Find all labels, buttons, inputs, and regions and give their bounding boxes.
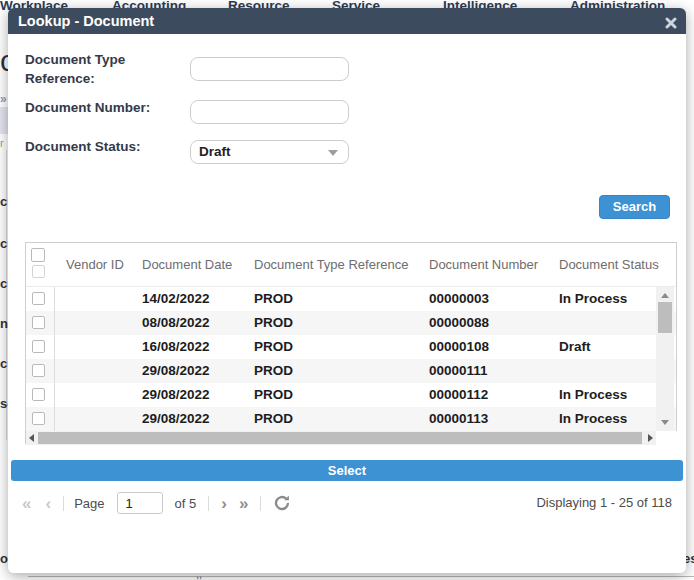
close-icon[interactable] bbox=[665, 15, 677, 27]
dialog-titlebar[interactable]: Lookup - Document bbox=[8, 8, 686, 34]
horizontal-scrollbar[interactable] bbox=[26, 431, 656, 445]
table-row[interactable]: 29/08/2022PROD00000112In Process bbox=[26, 383, 676, 407]
pager-divider bbox=[208, 496, 209, 511]
document-status-select[interactable]: Draft bbox=[190, 140, 349, 164]
cell-document-type-reference: PROD bbox=[254, 383, 293, 407]
scroll-left-icon[interactable] bbox=[29, 434, 34, 442]
column-header-document-date[interactable]: Document Date bbox=[142, 243, 232, 287]
cell-document-date: 16/08/2022 bbox=[142, 335, 210, 359]
header-secondary-checkbox[interactable] bbox=[32, 265, 45, 278]
pager-divider bbox=[260, 496, 261, 511]
grid-header: Vendor ID Document Date Document Type Re… bbox=[26, 243, 676, 287]
cell-document-status: In Process bbox=[559, 407, 627, 431]
row-checkbox[interactable] bbox=[32, 316, 45, 329]
document-type-reference-label: Document Type Reference: bbox=[25, 50, 175, 88]
cell-document-date: 29/08/2022 bbox=[142, 407, 210, 431]
dialog-title: Lookup - Document bbox=[18, 8, 154, 34]
document-number-input[interactable] bbox=[190, 100, 349, 124]
page-count-label: of 5 bbox=[175, 496, 197, 511]
document-number-label: Document Number: bbox=[25, 98, 150, 117]
document-status-label: Document Status: bbox=[25, 137, 141, 156]
cell-document-number: 00000112 bbox=[429, 383, 488, 407]
row-checkbox[interactable] bbox=[32, 364, 45, 377]
cell-document-date: 29/08/2022 bbox=[142, 359, 210, 383]
next-page-icon[interactable]: › bbox=[221, 495, 227, 512]
first-page-icon[interactable]: « bbox=[22, 495, 31, 512]
page-number-input[interactable] bbox=[117, 492, 163, 514]
table-row[interactable]: 16/08/2022PROD00000108Draft bbox=[26, 335, 676, 359]
cell-document-status: In Process bbox=[559, 287, 627, 311]
table-body: 14/02/2022PROD00000003In Process08/08/20… bbox=[26, 287, 676, 431]
lookup-document-dialog: Lookup - Document Document Type Referenc… bbox=[8, 8, 686, 573]
last-page-icon[interactable]: » bbox=[239, 495, 248, 512]
cell-document-type-reference: PROD bbox=[254, 335, 293, 359]
document-type-reference-input[interactable] bbox=[190, 57, 349, 81]
row-checkbox[interactable] bbox=[32, 292, 45, 305]
table-row[interactable]: 14/02/2022PROD00000003In Process bbox=[26, 287, 676, 311]
select-button[interactable]: Select bbox=[11, 460, 683, 481]
horizontal-scrollbar-thumb[interactable] bbox=[38, 432, 642, 444]
cell-document-number: 00000088 bbox=[429, 311, 489, 335]
cell-document-date: 29/08/2022 bbox=[142, 383, 210, 407]
chevron-down-icon bbox=[328, 150, 338, 156]
row-checkbox[interactable] bbox=[32, 412, 45, 425]
background-chevron-fragment: » bbox=[0, 92, 7, 106]
row-checkbox[interactable] bbox=[32, 388, 45, 401]
pagination-toolbar: « ‹ Page of 5 › » Displaying 1 - 25 of 1… bbox=[8, 486, 686, 520]
background-bottom-border bbox=[28, 576, 694, 577]
document-status-selected-value: Draft bbox=[199, 144, 231, 159]
column-header-document-type-reference[interactable]: Document Type Reference bbox=[254, 243, 408, 287]
previous-page-icon[interactable]: ‹ bbox=[45, 495, 51, 512]
scroll-up-icon[interactable] bbox=[661, 293, 669, 298]
page-label: Page bbox=[74, 496, 104, 511]
table-row[interactable]: 08/08/2022PROD00000088 bbox=[26, 311, 676, 335]
cell-document-type-reference: PROD bbox=[254, 311, 293, 335]
scrollbar-corner bbox=[656, 431, 677, 444]
cell-document-date: 14/02/2022 bbox=[142, 287, 210, 311]
scroll-right-icon[interactable] bbox=[648, 434, 653, 442]
column-header-document-number[interactable]: Document Number bbox=[429, 243, 538, 287]
cell-document-date: 08/08/2022 bbox=[142, 311, 210, 335]
cell-document-number: 00000113 bbox=[429, 407, 488, 431]
vertical-scrollbar[interactable] bbox=[656, 287, 674, 431]
cell-document-number: 00000108 bbox=[429, 335, 489, 359]
column-header-vendor-id[interactable]: Vendor ID bbox=[66, 243, 124, 287]
cell-document-status: In Process bbox=[559, 383, 627, 407]
dialog-body: Document Type Reference: Document Number… bbox=[8, 34, 686, 573]
table-row[interactable]: 29/08/2022PROD00000113In Process bbox=[26, 407, 676, 431]
refresh-icon[interactable] bbox=[273, 494, 291, 512]
results-grid: Vendor ID Document Date Document Type Re… bbox=[25, 242, 677, 444]
search-button[interactable]: Search bbox=[599, 195, 670, 219]
row-checkbox[interactable] bbox=[32, 340, 45, 353]
background-text-fragment: r bbox=[0, 137, 4, 149]
cell-document-status: Draft bbox=[559, 335, 591, 359]
vertical-scrollbar-thumb[interactable] bbox=[658, 302, 672, 333]
displaying-status-text: Displaying 1 - 25 of 118 bbox=[536, 486, 672, 520]
scroll-down-icon[interactable] bbox=[661, 420, 669, 425]
column-header-document-status[interactable]: Document Status bbox=[559, 243, 659, 287]
cell-document-type-reference: PROD bbox=[254, 407, 293, 431]
checkbox-column-divider bbox=[54, 287, 55, 431]
cell-document-number: 00000003 bbox=[429, 287, 489, 311]
cell-document-type-reference: PROD bbox=[254, 287, 293, 311]
table-row[interactable]: 29/08/2022PROD00000111 bbox=[26, 359, 676, 383]
cell-document-number: 00000111 bbox=[429, 359, 488, 383]
cell-document-type-reference: PROD bbox=[254, 359, 293, 383]
select-all-checkbox[interactable] bbox=[31, 248, 45, 262]
pager-divider bbox=[63, 496, 64, 511]
